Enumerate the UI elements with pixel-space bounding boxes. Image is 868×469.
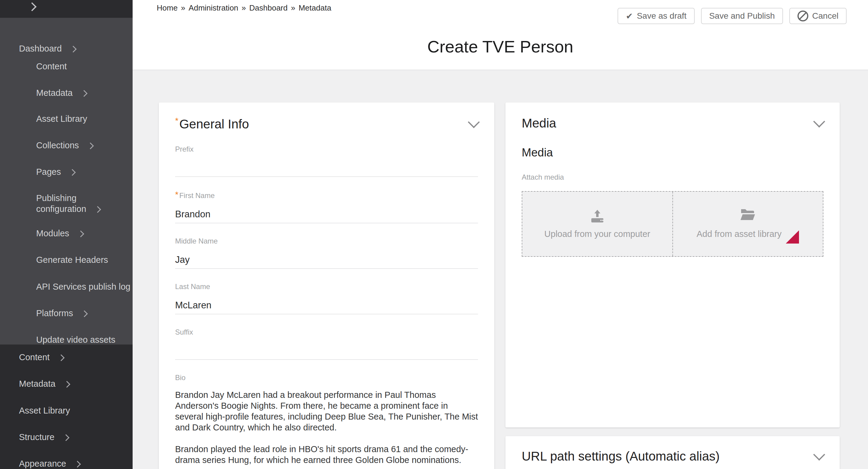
sidebar-item-label: Appearance (19, 459, 66, 468)
first-name-input[interactable]: Brandon (175, 200, 478, 223)
suffix-input[interactable] (175, 336, 478, 360)
cancel-slash-icon (798, 10, 808, 22)
sidebar-item-root-metadata[interactable]: Metadata (19, 378, 69, 389)
page-actions: ✔ Save as draft Save and Publish Cancel (618, 8, 846, 24)
sidebar-item-root-content[interactable]: Content (19, 352, 64, 363)
add-from-asset-library-button[interactable]: Add from asset library (673, 192, 823, 256)
page-title: Create TVE Person (133, 37, 868, 56)
prefix-input[interactable] (175, 153, 478, 177)
sidebar-item-root-asset-library[interactable]: Asset Library (19, 405, 70, 416)
sidebar-item-label: Modules (36, 228, 69, 238)
sidebar-item-label: Metadata (36, 88, 73, 98)
url-path-settings-title: URL path settings (Automatic alias) (522, 449, 720, 464)
sidebar-item-platforms[interactable]: Platforms (36, 308, 87, 319)
add-from-asset-library-label: Add from asset library (696, 229, 781, 239)
field-suffix: Suffix (175, 328, 478, 360)
collapse-chevron-icon[interactable] (468, 116, 480, 128)
dashboard-submenu-panel: Dashboard Content Metadata Asset Library… (0, 18, 133, 345)
sidebar-item-label: Metadata (19, 379, 56, 388)
required-asterisk: * (175, 116, 179, 125)
cancel-label: Cancel (812, 11, 838, 21)
chevron-right-icon (87, 143, 94, 150)
sidebar-item-api-services-publish-log[interactable]: API Services publish log (36, 281, 130, 292)
sidebar-item-label: Collections (36, 140, 79, 150)
sidebar-item-label: Publishing configuration (36, 193, 86, 214)
chevron-right-icon (64, 381, 70, 388)
sidebar-item-modules[interactable]: Modules (36, 228, 83, 239)
check-icon: ✔ (626, 11, 632, 21)
middle-name-label: Middle Name (175, 237, 478, 245)
sidebar-item-label: Update video assets (36, 335, 116, 345)
breadcrumb-separator: » (181, 3, 185, 12)
sidebar-item-publishing-configuration[interactable]: Publishing configuration (36, 193, 127, 214)
sidebar-item-pages[interactable]: Pages (36, 166, 75, 177)
breadcrumb-separator: » (291, 3, 295, 12)
bio-label: Bio (175, 373, 478, 382)
save-as-draft-button[interactable]: ✔ Save as draft (618, 8, 694, 24)
sidebar-item-metadata[interactable]: Metadata (36, 87, 87, 98)
chevron-right-icon (81, 310, 88, 317)
save-and-publish-button[interactable]: Save and Publish (701, 8, 783, 24)
general-info-fields: Prefix *First Name Brandon Middle Name J… (159, 145, 494, 469)
chevron-right-icon (77, 230, 84, 238)
breadcrumb-link-dashboard[interactable]: Dashboard (249, 3, 287, 12)
sidebar-item-label: Generate Headers (36, 255, 108, 264)
save-as-draft-label: Save as draft (637, 11, 687, 21)
bio-paragraph: Brandon played the lead role in HBO's hi… (175, 444, 478, 465)
sidebar-item-dashboard[interactable]: Dashboard (19, 43, 76, 54)
chevron-right-icon (62, 434, 69, 441)
breadcrumb-link-administration[interactable]: Administration (189, 3, 239, 12)
chevron-right-icon (74, 461, 81, 468)
sidebar-item-label: Platforms (36, 308, 73, 318)
sidebar-item-root-structure[interactable]: Structure (19, 432, 68, 442)
sidebar-item-label: Asset Library (36, 114, 87, 124)
red-corner-triangle-icon (786, 230, 799, 244)
collapse-chevron-icon[interactable] (813, 116, 825, 128)
sidebar-item-content[interactable]: Content (36, 61, 67, 72)
media-card: Media Media Attach media Upload from you… (505, 102, 840, 428)
url-path-settings-card: URL path settings (Automatic alias) (505, 436, 840, 469)
media-subtitle: Media (522, 146, 824, 159)
sidebar-item-collections[interactable]: Collections (36, 140, 93, 151)
sidebar-top-strip (0, 0, 133, 18)
url-path-settings-header: URL path settings (Automatic alias) (505, 436, 840, 464)
bio-paragraph: Brandon Jay McLaren had a breakout perfo… (175, 389, 478, 433)
upload-from-computer-button[interactable]: Upload from your computer (522, 192, 673, 256)
breadcrumb: Home»Administration»Dashboard»Metadata (157, 3, 331, 13)
general-info-card: *General Info Prefix *First Name Brandon… (159, 102, 494, 469)
media-header: Media (505, 102, 840, 130)
prefix-label: Prefix (175, 145, 478, 153)
field-middle-name: Middle Name Jay (175, 237, 478, 269)
folder-open-icon (740, 207, 755, 221)
top-bar: Home»Administration»Dashboard»Metadata ✔… (133, 0, 868, 70)
first-name-label: *First Name (175, 190, 478, 200)
last-name-input[interactable]: McLaren (175, 291, 478, 314)
sidebar-item-update-video-assets[interactable]: Update video assets (36, 334, 116, 345)
suffix-label: Suffix (175, 328, 478, 336)
chevron-right-icon (69, 169, 76, 176)
general-info-header: *General Info (159, 102, 494, 131)
cancel-button[interactable]: Cancel (789, 8, 846, 24)
required-asterisk: * (175, 190, 179, 199)
sidebar-item-asset-library[interactable]: Asset Library (36, 113, 87, 124)
media-title: Media (522, 116, 556, 130)
sidebar-expand-icon[interactable] (28, 2, 37, 11)
general-info-title: *General Info (175, 116, 249, 131)
sidebar-item-label: Pages (36, 167, 61, 177)
bio-textarea[interactable]: Brandon Jay McLaren had a breakout perfo… (175, 389, 478, 469)
attach-media-dropzone: Upload from your computer Add from asset… (522, 191, 824, 257)
breadcrumb-separator: » (242, 3, 246, 12)
sidebar-item-label: Asset Library (19, 406, 70, 415)
field-last-name: Last Name McLaren (175, 282, 478, 314)
sidebar: Dashboard Content Metadata Asset Library… (0, 0, 133, 469)
attach-media-label: Attach media (522, 173, 824, 182)
middle-name-input[interactable]: Jay (175, 245, 478, 269)
upload-from-computer-label: Upload from your computer (544, 229, 650, 239)
chevron-right-icon (94, 206, 101, 213)
field-prefix: Prefix (175, 145, 478, 177)
sidebar-item-label: API Services publish log (36, 282, 130, 291)
breadcrumb-link-home[interactable]: Home (157, 3, 178, 12)
collapse-chevron-icon[interactable] (813, 449, 825, 461)
sidebar-item-generate-headers[interactable]: Generate Headers (36, 254, 108, 265)
sidebar-item-root-appearance[interactable]: Appearance (19, 458, 80, 469)
